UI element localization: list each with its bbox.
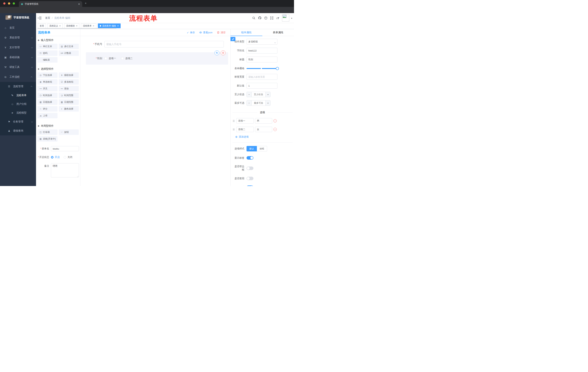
fullscreen-icon[interactable] [270,16,273,20]
option-2-value-input[interactable] [255,127,272,132]
close-icon[interactable]: ✕ [59,25,61,27]
close-icon[interactable]: ✕ [117,25,119,27]
with-border-toggle[interactable] [247,167,253,170]
new-tab-icon[interactable]: + [85,1,87,5]
chip-radio-group[interactable]: ◉单选框组 [37,79,57,85]
caret-down-icon[interactable]: ▾ [291,17,292,20]
chip-table-dev[interactable]: ▦表格[开发中] [37,136,57,142]
tag-process-form-edit[interactable]: 流程表单-编辑✕ [98,23,121,28]
remove-option-button[interactable]: − [273,128,277,131]
option-1-value-input[interactable] [255,118,272,124]
sidebar-item-system[interactable]: ⚙ 系统管理 [0,33,36,43]
chip-button[interactable]: ☞按钮 [59,129,79,135]
delete-component-button[interactable] [221,50,226,55]
sidebar-item-process-mgmt[interactable]: ☰ 流程管理 [0,82,36,91]
chip-time-range[interactable]: ◶时间范围 [59,93,79,98]
chip-checkbox-group[interactable]: ☑多选框组 [59,79,79,85]
disabled-toggle[interactable] [247,177,253,180]
chip-select[interactable]: ◎下拉选择 [37,73,57,78]
sidebar-item-payment[interactable]: ¥ 支付管理 [0,43,36,53]
required-toggle[interactable] [247,185,253,186]
tab-component-props[interactable]: 组件属性 [231,29,262,36]
drag-handle-icon[interactable]: ☰ [232,120,235,122]
min-select-input[interactable] [252,92,265,97]
slider-handle[interactable] [276,67,279,70]
title-input[interactable] [247,57,277,63]
decrease-button[interactable]: − [247,92,252,97]
style-default-button[interactable]: 默认 [247,146,257,151]
chip-multi-line-text[interactable]: ▤多行文本 [59,44,79,49]
save-button[interactable]: ✓保存 [187,31,195,34]
font-size-icon[interactable]: TT [276,16,279,20]
component-type-select[interactable] [247,39,277,45]
canvas-field-gender-selected[interactable]: *性别 选项一 选项二 [86,52,228,65]
default-value-input[interactable] [247,83,277,89]
chip-counter[interactable]: 123计数器 [59,50,79,56]
show-label-toggle[interactable] [247,156,253,159]
canvas-field-phone[interactable]: *手机号 [80,41,230,47]
help-icon[interactable]: ? [264,16,267,20]
add-option-button[interactable]: ⊕ 添加选项 [235,135,294,138]
sidebar-item-devtools[interactable]: ⚒ 研发工具 [0,62,36,72]
label-width-input[interactable] [247,74,277,80]
search-icon[interactable] [252,16,255,20]
increase-button[interactable]: + [265,100,270,106]
chip-switch[interactable]: ⊶开关 [37,86,57,91]
tag-process-definition[interactable]: 流程定义✕ [47,23,63,28]
window-zoom-button[interactable] [13,2,15,5]
window-close-button[interactable] [3,2,5,5]
gender-option-1[interactable]: 选项一 [105,57,116,60]
sidebar-fold-icon[interactable] [38,16,42,20]
field-name-input[interactable] [247,48,277,53]
sidebar-item-leave-query[interactable]: ♟ 请假查询 [0,126,36,135]
gender-option-2[interactable]: 选项二 [121,57,133,60]
remove-option-button[interactable]: − [273,119,277,122]
sidebar-item-home[interactable]: ⌂ 首页 [0,23,36,33]
chip-upload[interactable]: ☁上传 [37,113,57,118]
tag-process-model[interactable]: 流程模型✕ [64,23,79,28]
tag-home[interactable]: 首页 [38,23,46,28]
phone-input[interactable] [105,41,224,47]
chip-time-picker[interactable]: ◷时间选择 [37,93,57,98]
clear-button[interactable]: 清空 [217,31,226,34]
chip-editor[interactable]: 编辑器 [37,57,57,63]
chip-rate[interactable]: ☆评分 [37,106,57,112]
sidebar-item-task-mgmt[interactable]: ⚑ 任务管理 [0,117,36,126]
chip-slider[interactable]: ⊷滑块 [59,86,79,91]
duplicate-component-button[interactable] [214,50,220,55]
avatar[interactable] [282,14,289,21]
chip-date-picker[interactable]: ▦日期选择 [37,99,57,105]
tab-close-icon[interactable]: ✕ [78,3,80,5]
option-2-label-input[interactable] [236,127,254,132]
github-icon[interactable] [258,16,262,20]
chip-password[interactable]: ⊡密码 [37,50,57,56]
window-minimize-button[interactable] [8,2,10,5]
chip-date-range[interactable]: ▩日期范围 [59,99,79,105]
tags-scrollbar-thumb[interactable] [37,28,116,29]
close-icon[interactable]: ✕ [76,25,77,27]
style-button-button[interactable]: 按钮 [257,146,267,151]
status-radio-off[interactable]: 关闭 [64,156,73,159]
browser-tab[interactable]: 芋道管理系统 ✕ [19,1,82,7]
breadcrumb-home[interactable]: 首页 [45,16,50,20]
close-icon[interactable]: ✕ [93,25,94,27]
tag-process-form[interactable]: 流程表单✕ [81,23,96,28]
form-grid-slider[interactable] [247,65,277,71]
sidebar-item-process-model[interactable]: ➤ 流程模型 [0,108,36,117]
sidebar-logo[interactable]: 芋道管理系统 [0,13,36,22]
status-radio-on[interactable]: 开启 [51,156,60,159]
chip-row-container[interactable]: ◫行容器 [37,129,57,135]
chip-single-line-text[interactable]: ▭单行文本 [37,44,57,49]
decrease-button[interactable]: − [247,100,252,106]
option-1-label-input[interactable] [236,118,254,124]
drag-handle-icon[interactable]: ☰ [232,128,235,131]
increase-button[interactable]: + [265,92,270,97]
sidebar-item-user-group[interactable]: ☺ 用户分组 [0,100,36,108]
chip-color-picker[interactable]: ◐颜色选择 [59,106,79,112]
sidebar-item-process-form[interactable]: ✎ 流程表单 [0,91,36,100]
field-link-tab[interactable] [231,37,235,41]
tab-form-props[interactable]: 表单属性 [262,29,294,36]
view-json-button[interactable]: 查看json [199,31,212,34]
form-name-input[interactable] [51,146,79,151]
sidebar-item-workflow[interactable]: ⧉ 工作流程 [0,72,36,82]
